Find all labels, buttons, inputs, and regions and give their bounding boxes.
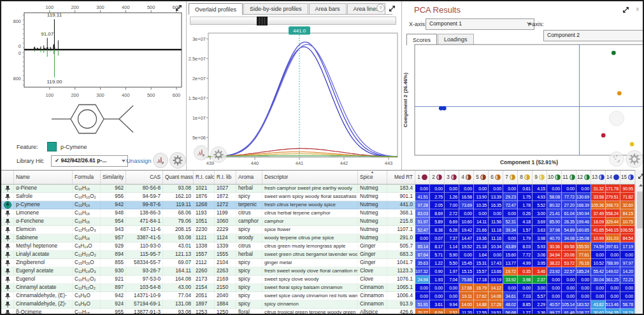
pin-icon[interactable] <box>1 226 14 234</box>
column-header-sample-15[interactable]: 15 <box>620 171 635 184</box>
profile-range-slider[interactable] <box>190 17 396 25</box>
pin-icon[interactable] <box>1 276 14 284</box>
tab-overlaid-profiles[interactable]: Overlaid profiles <box>189 3 243 15</box>
heatmap-value: 51.97 <box>417 220 429 224</box>
pin-icon[interactable] <box>1 242 14 251</box>
column-header-cas[interactable]: CAS <box>126 171 163 184</box>
cell-aroma: herbal <box>236 251 262 259</box>
column-header-r-i-calc[interactable]: R.I. calc <box>194 171 215 184</box>
table-row[interactable]: Linalyl acetateC₁₂H₂₀O₂894115-95-7121.13… <box>1 251 644 259</box>
column-header-sample-2[interactable]: 2 <box>430 171 445 184</box>
column-header-similarity[interactable]: Similarity <box>101 171 126 184</box>
column-header-aroma[interactable]: Aroma <box>236 171 262 184</box>
table-row[interactable]: ElemicinC₁₂H₁₆O₃943487-11-6208.152230222… <box>1 226 644 234</box>
unassign-link[interactable]: Unassign <box>126 157 152 164</box>
gear-icon[interactable] <box>626 150 643 168</box>
pin-icon[interactable] <box>1 185 14 193</box>
heatmap-value: 3.95 <box>537 261 547 265</box>
pca-x-axis-dropdown[interactable]: Component 1 <box>426 18 534 30</box>
table-row[interactable]: α-PineneC₁₀H₁₆96280-56-893.0810211027her… <box>1 185 644 193</box>
close-icon[interactable]: x <box>636 6 640 12</box>
table-row[interactable]: p-CymeneC₁₀H₁₄94299-87-6119.1112681272te… <box>1 201 644 209</box>
column-header-sample-7[interactable]: 7 <box>503 171 518 184</box>
cell-med-rt: 1065.1 <box>387 284 415 292</box>
pin-icon[interactable] <box>1 234 14 242</box>
column-header-formula[interactable]: Formula <box>73 171 101 184</box>
gear-icon[interactable] <box>169 152 186 169</box>
column-header-sample-12[interactable]: 12 <box>576 171 591 184</box>
table-row[interactable]: LimoneneC₁₀H₁₆948138-86-368.0611931199ci… <box>1 209 644 218</box>
expand-icon[interactable] <box>622 5 630 17</box>
table-row[interactable]: SabineneC₁₀H₁₆9573387-41-593.0811211124w… <box>1 234 644 242</box>
table-row[interactable]: Cinnamaldehyde, (E)-C₉H₈O94214371-10-977… <box>1 292 644 300</box>
tab-area-bars[interactable]: Area bars <box>309 3 347 14</box>
pin-icon[interactable] <box>1 209 14 218</box>
vertical-scrollbar[interactable] <box>635 170 644 315</box>
pin-icon[interactable] <box>1 251 14 259</box>
column-header-sample-8[interactable]: 8 <box>518 171 533 184</box>
table-row[interactable]: EugenolC₁₀H₁₂O₂92197-53-0164.0821732169s… <box>1 276 644 284</box>
heatmap-cell: 19.42 <box>459 226 474 234</box>
column-header-sample-10[interactable]: 10 <box>547 171 562 184</box>
scrollbar-thumb[interactable] <box>637 192 644 228</box>
heatmap-cell: 99.77 <box>547 309 562 315</box>
column-header-sample-5[interactable]: 5 <box>474 171 489 184</box>
column-header-name[interactable]: Name <box>14 171 73 184</box>
cell-spice: Ginger <box>358 242 387 251</box>
column-header-sample-1[interactable]: 1 <box>415 171 430 184</box>
slider-handle[interactable] <box>257 17 268 25</box>
table-row[interactable]: ZingiberenolC₁₅H₂₆O85558334-55-769.07211… <box>1 259 644 267</box>
pin-icon[interactable] <box>1 300 14 309</box>
pca-score-plot[interactable]: Component 2 (26.46%)Component 1 (52.91%) <box>401 43 644 169</box>
selected-pin-icon[interactable] <box>1 201 14 209</box>
gear-icon[interactable] <box>210 146 227 163</box>
pca-y-axis-dropdown[interactable]: Component 2 <box>543 30 644 41</box>
mass-spectrum-chart[interactable]: 1001002002003003004004005005006006008000… <box>1 3 186 98</box>
table-row[interactable]: SafroleC₁₀H₁₀O₂95694-59-7162.1018761872s… <box>1 193 644 201</box>
sample-group-icon <box>495 174 501 180</box>
table-row[interactable]: Methyl heptenoneC₈H₁₄O929110-93-043.0113… <box>1 242 644 251</box>
column-header-r-i-lib[interactable]: R.I. lib <box>215 171 236 184</box>
heatmap-value: 4.18 <box>522 220 532 224</box>
column-header-quant-mass[interactable]: Quant mass <box>163 171 194 184</box>
export-chart-icon[interactable] <box>609 151 624 167</box>
export-chart-icon[interactable] <box>194 145 209 160</box>
export-chart-icon[interactable] <box>153 153 168 168</box>
scroll-up-button[interactable] <box>636 181 644 190</box>
heatmap-value: 0.00 <box>434 286 444 290</box>
help-icon[interactable]: ? <box>376 4 385 12</box>
table-row[interactable]: β-OcimeneC₁₀H₁₆95513877-91-393.081253125… <box>1 309 644 315</box>
cell-aroma: spicy <box>236 193 262 201</box>
column-header-pin[interactable] <box>1 171 14 184</box>
export-chart-icon[interactable] <box>609 111 624 126</box>
heatmap-value: 0.00 <box>596 253 605 257</box>
expand-icon[interactable] <box>388 4 396 15</box>
column-header-sample-11[interactable]: 11 <box>562 171 576 184</box>
table-row[interactable]: α-FencheneC₁₀H₁₆954471-84-179.0610511060… <box>1 218 644 226</box>
column-header-med-rt[interactable]: Med RT <box>387 171 415 184</box>
pin-icon[interactable] <box>1 218 14 226</box>
column-header-sample-4[interactable]: 4 <box>459 171 474 184</box>
table-row[interactable]: Eugenyl acetateC₁₂H₁₄O₃93093-28-7164.112… <box>1 267 644 276</box>
pin-icon[interactable] <box>1 259 14 267</box>
column-header-sample-13[interactable]: 13 <box>591 171 606 184</box>
expand-icon[interactable] <box>175 3 183 15</box>
pin-icon[interactable] <box>1 284 14 292</box>
table-row[interactable]: Cinnamaldehyde, (Z)-C₉H₈O92457194-69-113… <box>1 300 644 309</box>
column-header-sample-9[interactable]: 9 <box>533 171 547 184</box>
tab-side-by-side-profiles[interactable]: Side-by-side profiles <box>243 3 308 14</box>
column-header-spice[interactable]: Spice▲ <box>358 171 387 184</box>
heatmap-cell: 21.41 <box>547 209 562 218</box>
pin-icon[interactable] <box>1 292 14 300</box>
pin-icon[interactable] <box>1 193 14 201</box>
column-header-sample-14[interactable]: 14 <box>606 171 620 184</box>
table-row[interactable]: Cinnamyl acetateC₁₁H₁₂O₂897103-54-843.00… <box>1 284 644 292</box>
pin-icon[interactable] <box>1 267 14 276</box>
column-header-sample-3[interactable]: 3 <box>445 171 459 184</box>
heatmap-value: 16.58 <box>461 195 473 199</box>
library-hit-dropdown[interactable]: ✓ 942/942/26.61 p-... <box>51 155 128 167</box>
column-header-descriptor[interactable]: Descriptor <box>262 171 358 184</box>
pin-icon[interactable] <box>1 309 14 315</box>
heatmap-cell: 0.00 <box>576 276 591 284</box>
column-header-sample-6[interactable]: 6 <box>489 171 503 184</box>
